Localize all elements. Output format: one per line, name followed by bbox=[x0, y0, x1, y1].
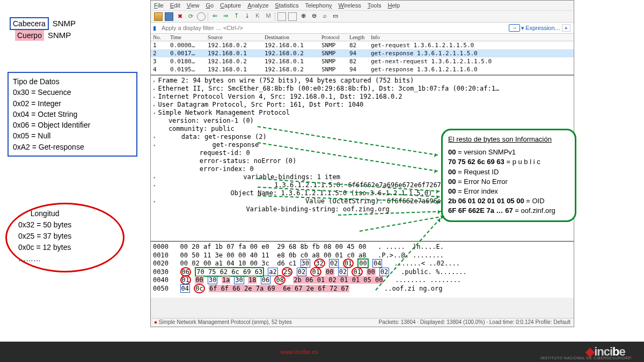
legend-cabecera: Cabecera SNMP bbox=[10, 17, 76, 30]
detail-eth[interactable]: Ethernet II, Src: SmcEther_68:8b:fb (00:… bbox=[153, 85, 572, 93]
bubble-row: 70 75 62 6c 69 63 = p u b l i c bbox=[448, 157, 569, 167]
longitud-title: Longitud bbox=[18, 208, 71, 219]
bubble-row: 2b 06 01 02 01 01 05 00 = OID bbox=[448, 196, 569, 206]
reload-icon[interactable]: ⟳ bbox=[186, 12, 195, 21]
bubble-row: 00 = Request ID bbox=[448, 167, 569, 177]
packet-row[interactable]: 10.0000…192.168.0.2192.168.0.1SNMP82get-… bbox=[151, 41, 574, 49]
menu-go[interactable]: Go bbox=[206, 2, 214, 9]
bubble-row: 00 = Error index bbox=[448, 187, 569, 196]
tipo-row: 0xA2 = Get-response bbox=[13, 142, 132, 152]
tipo-datos-box: Tipo de Datos 0x30 = Secuence 0x02 = Int… bbox=[8, 72, 137, 157]
filter-bar: ▮ → ▾ Expression… + bbox=[151, 22, 574, 34]
zoomin-icon[interactable]: ⊕ bbox=[299, 12, 308, 21]
tipo-row: 0x04 = Octet String bbox=[13, 109, 132, 120]
detail-ip[interactable]: Internet Protocol Version 4, Src: 192.16… bbox=[153, 93, 572, 101]
menubar: File Edit View Go Capture Analyze Statis… bbox=[151, 1, 574, 10]
menu-tools[interactable]: Tools bbox=[368, 2, 382, 9]
packet-row[interactable]: 30.0180…192.168.0.2192.168.0.1SNMP82get-… bbox=[151, 57, 574, 65]
packet-list-header: No. Time Source Destination Protocol Len… bbox=[151, 34, 574, 41]
col-dst[interactable]: Destination bbox=[262, 34, 319, 41]
menu-help[interactable]: Help bbox=[387, 2, 400, 9]
menu-analyze[interactable]: Analyze bbox=[247, 2, 268, 9]
longitud-text: Longitud 0x32 = 50 bytes 0x25 = 37 bytes… bbox=[18, 208, 71, 264]
menu-view[interactable]: View bbox=[187, 2, 200, 9]
jump-icon[interactable]: ⤒ bbox=[232, 12, 240, 21]
status-dot-icon: ● bbox=[154, 319, 157, 325]
fwd-icon[interactable]: ⇒ bbox=[221, 12, 230, 21]
last-icon[interactable]: M bbox=[264, 12, 273, 21]
hex-row: 0050 04 0c 6f 6f 66 2e 7a 69 6e 67 2e 6f… bbox=[153, 285, 572, 293]
tipo-row: 0x05 = Null bbox=[13, 130, 132, 141]
col-prot[interactable]: Protocol bbox=[319, 34, 347, 41]
col-info[interactable]: Info bbox=[369, 34, 574, 41]
footer-sub: INSTITUTO NACIONAL DE CIBERSEGURIDAD bbox=[540, 356, 631, 360]
status-right: Packets: 13804 · Displayed: 13804 (100.0… bbox=[379, 319, 570, 326]
col-len[interactable]: Length bbox=[347, 34, 369, 41]
bubble-row: 00 = Error No Error bbox=[448, 177, 569, 187]
packet-row[interactable]: 40.0195…192.168.0.1192.168.0.2SNMP94get-… bbox=[151, 65, 574, 73]
bubble-title: El resto de bytes son Información bbox=[448, 135, 569, 144]
packet-bytes-pane[interactable]: 0000 00 20 af 1b 07 fa 00 e0 29 68 8b fb… bbox=[151, 242, 574, 298]
zoomout-icon[interactable]: ⊖ bbox=[310, 12, 318, 21]
filter-arrow-icon[interactable]: → bbox=[509, 24, 520, 32]
info-bubble: El resto de bytes son Información 00 = v… bbox=[441, 129, 576, 222]
filter-dropdown-icon[interactable]: ▾ bbox=[521, 25, 524, 32]
zoom1-icon[interactable]: ⌕ bbox=[320, 12, 329, 21]
close-icon[interactable]: ✖ bbox=[175, 12, 184, 21]
bubble-row: 6F 6F 662E 7a … 67 = oof.zinf.org bbox=[448, 206, 569, 216]
colorize-icon[interactable] bbox=[288, 12, 297, 21]
jump2-icon[interactable]: ⤓ bbox=[243, 12, 251, 21]
longitud-row: 0x0c = 12 bytes bbox=[18, 242, 71, 253]
resize-icon[interactable]: ▭ bbox=[331, 12, 340, 21]
menu-wireless[interactable]: Wireless bbox=[339, 2, 361, 9]
detail-udp[interactable]: User Datagram Protocol, Src Port: 161, D… bbox=[153, 101, 572, 109]
menu-capture[interactable]: Capture bbox=[220, 2, 241, 9]
status-left: Simple Network Management Protocol (snmp… bbox=[159, 319, 292, 325]
detail-frame[interactable]: Frame 2: 94 bytes on wire (752 bits), 94… bbox=[153, 77, 572, 85]
col-time[interactable]: Time bbox=[168, 34, 206, 41]
back-icon[interactable]: ⇐ bbox=[210, 12, 219, 21]
tipo-title: Tipo de Datos bbox=[13, 76, 132, 87]
find-icon[interactable] bbox=[197, 12, 206, 21]
longitud-row: 0x25 = 37 bytes bbox=[18, 231, 71, 242]
packet-row[interactable]: 20.0017…192.168.0.1192.168.0.2SNMP94get-… bbox=[151, 49, 574, 57]
tipo-row: 0x06 = Object Identifier bbox=[13, 120, 132, 130]
hex-row: 0040 01 00 30 1a 30 18 06 08 2b 06 01 02… bbox=[153, 276, 572, 285]
footer: www.incibe.es ◆incibe_ INSTITUTO NACIONA… bbox=[0, 342, 644, 362]
longitud-row: ……… bbox=[18, 253, 71, 264]
menu-edit[interactable]: Edit bbox=[170, 2, 180, 9]
menu-file[interactable]: File bbox=[154, 2, 164, 9]
toolbar: ✖ ⟳ ⇐ ⇒ ⤒ ⤓ K M ⊕ ⊖ ⌕ ▭ bbox=[151, 10, 574, 22]
col-no[interactable]: No. bbox=[151, 34, 168, 41]
tipo-row: 0x02 = Integer bbox=[13, 98, 132, 109]
detail-snmp[interactable]: Simple Network Management Protocol bbox=[153, 109, 572, 117]
save-icon[interactable] bbox=[165, 12, 173, 21]
packet-list-pane[interactable]: No. Time Source Destination Protocol Len… bbox=[151, 34, 574, 76]
open-icon[interactable] bbox=[154, 12, 163, 21]
expression-button[interactable]: Expression… bbox=[525, 25, 560, 31]
tipo-row: 0x30 = Secuence bbox=[13, 87, 132, 98]
statusbar: ● Simple Network Management Protocol (sn… bbox=[151, 318, 574, 327]
first-icon[interactable]: K bbox=[253, 12, 262, 21]
autoscroll-icon[interactable] bbox=[277, 12, 286, 21]
col-src[interactable]: Source bbox=[206, 34, 262, 41]
legend-cuerpo: Cuerpo SNMP bbox=[15, 30, 71, 41]
menu-telephony[interactable]: Telephony bbox=[305, 2, 332, 9]
label-snmp-2: SNMP bbox=[48, 31, 71, 40]
detail-version[interactable]: version: version-1 (0) bbox=[153, 117, 572, 125]
hex-row: 0000 00 20 af 1b 07 fa 00 e0 29 68 8b fb… bbox=[153, 243, 572, 252]
bookmark-icon[interactable]: ▮ bbox=[151, 25, 158, 32]
footer-url: www.incibe.es bbox=[281, 349, 318, 355]
label-snmp-1: SNMP bbox=[53, 19, 76, 28]
swatch-header: Cabecera bbox=[10, 17, 49, 30]
menu-statistics[interactable]: Statistics bbox=[275, 2, 298, 9]
swatch-body: Cuerpo bbox=[15, 30, 44, 41]
longitud-row: 0x32 = 50 bytes bbox=[18, 219, 71, 231]
filter-input[interactable] bbox=[158, 23, 506, 33]
add-filter-button[interactable]: + bbox=[562, 24, 570, 32]
bubble-row: 00 = version SNMPv1 bbox=[448, 147, 569, 157]
